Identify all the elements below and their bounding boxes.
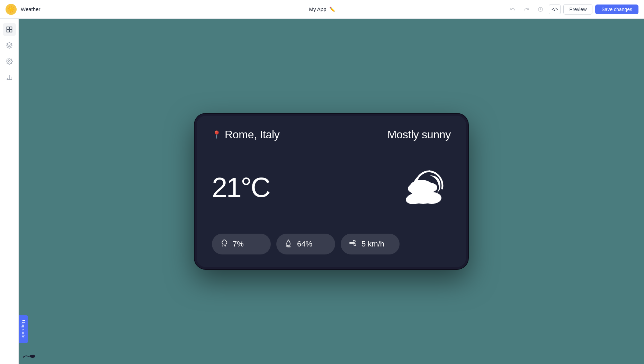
svg-point-15 <box>422 192 441 204</box>
wind-stat-pill: 5 km/h <box>341 234 400 254</box>
canvas-area: 📍 Rome, Italy Mostly sunny 21°C <box>19 19 644 364</box>
bottom-logo <box>22 352 36 361</box>
rain-value: 7% <box>233 240 244 249</box>
topbar: ☀️ Weather My App ✏️ </> Preview Save ch… <box>0 0 644 19</box>
svg-point-16 <box>406 195 420 204</box>
svg-line-19 <box>225 245 226 246</box>
app-logo: ☀️ <box>6 4 17 15</box>
svg-point-5 <box>8 61 10 62</box>
svg-line-18 <box>224 245 224 246</box>
weather-icon-area <box>388 167 451 208</box>
city-name: Rome, Italy <box>225 128 280 141</box>
svg-rect-1 <box>7 27 9 29</box>
center-title-area: My App ✏️ <box>309 6 335 12</box>
wind-icon <box>348 239 357 250</box>
svg-line-17 <box>223 245 223 246</box>
humidity-icon <box>284 239 293 250</box>
weather-mid-row: 21°C <box>212 167 451 208</box>
history-button[interactable] <box>535 4 546 15</box>
svg-rect-2 <box>9 27 12 29</box>
sidebar-item-components[interactable] <box>3 39 16 52</box>
sidebar-item-settings[interactable] <box>3 55 16 68</box>
svg-point-20 <box>30 355 35 358</box>
main-layout: 📍 Rome, Italy Mostly sunny 21°C <box>0 19 644 364</box>
temperature-display: 21°C <box>212 174 270 201</box>
undo-button[interactable] <box>507 4 518 15</box>
mostly-sunny-icon <box>392 168 447 207</box>
rain-stat-pill: 7% <box>212 234 271 254</box>
device-frame: 📍 Rome, Italy Mostly sunny 21°C <box>195 114 468 269</box>
upgrade-button[interactable]: Upgrade <box>19 315 28 343</box>
app-title-text: My App <box>309 6 326 12</box>
weather-location: 📍 Rome, Italy <box>212 128 280 141</box>
location-pin-icon: 📍 <box>212 130 221 139</box>
rain-icon <box>220 239 229 250</box>
logo-emoji: ☀️ <box>7 6 15 13</box>
svg-rect-4 <box>9 30 12 32</box>
weather-stats-row: 7% 64% <box>212 234 451 254</box>
topbar-right: </> Preview Save changes <box>507 4 638 15</box>
wind-value: 5 km/h <box>361 240 384 249</box>
weather-condition: Mostly sunny <box>387 128 451 141</box>
code-button[interactable]: </> <box>549 5 561 14</box>
save-changes-button[interactable]: Save changes <box>595 5 638 14</box>
sidebar-item-layout[interactable] <box>3 23 16 36</box>
svg-rect-3 <box>7 30 9 32</box>
edit-icon[interactable]: ✏️ <box>329 7 335 12</box>
redo-button[interactable] <box>521 4 532 15</box>
preview-button[interactable]: Preview <box>563 4 592 15</box>
humidity-value: 64% <box>297 240 312 249</box>
app-name-label: Weather <box>21 6 40 12</box>
humidity-stat-pill: 64% <box>276 234 335 254</box>
weather-top-row: 📍 Rome, Italy Mostly sunny <box>212 128 451 141</box>
sidebar <box>0 19 19 364</box>
sidebar-item-analytics[interactable] <box>3 71 16 84</box>
